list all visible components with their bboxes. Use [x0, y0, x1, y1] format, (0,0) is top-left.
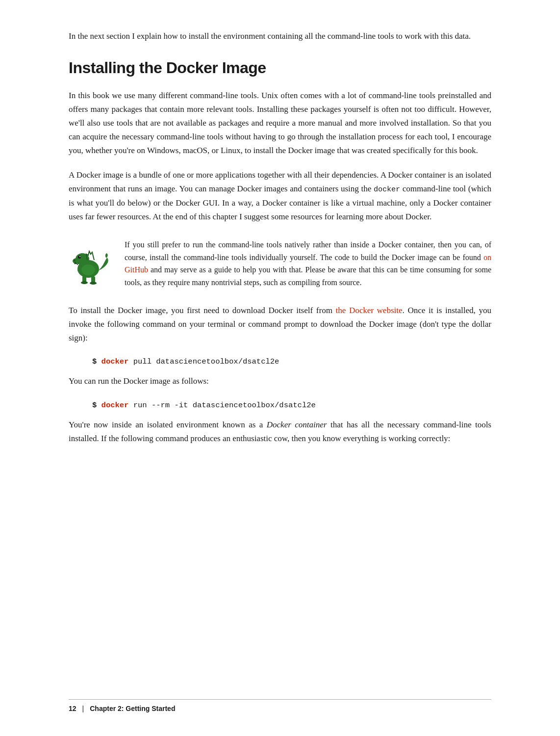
footer-page-number: 12 [69, 705, 76, 712]
code-rest-2: run --rm -it datasciencetoolbox/dsatcl2e [128, 401, 315, 410]
code-dollar-1: $ [92, 357, 102, 366]
svg-point-9 [81, 264, 95, 275]
footer-separator: | [82, 705, 84, 712]
note-text-middle: and may serve as a guide to help you wit… [125, 265, 491, 287]
intro-paragraph: In the next section I explain how to ins… [69, 29, 491, 43]
code-docker-1: docker [102, 357, 129, 366]
svg-point-4 [79, 256, 80, 257]
paragraph-5: You're now inside an isolated environmen… [69, 418, 491, 446]
svg-point-8 [90, 282, 97, 285]
paragraph-3: To install the Docker image, you first n… [69, 304, 491, 345]
code-block-2: $ docker run --rm -it datasciencetoolbox… [92, 399, 491, 412]
footer: 12 | Chapter 2: Getting Started [69, 699, 491, 712]
svg-point-3 [78, 256, 81, 259]
code-dollar-2: $ [92, 401, 102, 410]
svg-point-10 [74, 260, 76, 262]
paragraph-4: You can run the Docker image as follows: [69, 374, 491, 388]
note-text: If you still prefer to run the command-l… [125, 238, 491, 289]
code-rest-1: pull datasciencetoolbox/dsatcl2e [128, 357, 279, 366]
footer-chapter-title: Chapter 2: Getting Started [90, 705, 175, 712]
note-box: If you still prefer to run the command-l… [69, 238, 491, 289]
docker-website-link[interactable]: the Docker website [336, 306, 403, 315]
paragraph-1: In this book we use many different comma… [69, 89, 491, 158]
paragraph-5-before: You're now inside an isolated environmen… [69, 420, 267, 429]
code-docker-2: docker [102, 401, 129, 410]
paragraph-2: A Docker image is a bundle of one or mor… [69, 168, 491, 224]
docker-code-inline: docker [374, 185, 400, 194]
docker-container-italic: Docker container [267, 420, 327, 429]
page: In the next section I explain how to ins… [0, 0, 560, 736]
svg-point-7 [81, 281, 88, 284]
note-text-before: If you still prefer to run the command-l… [125, 240, 491, 262]
docker-mascot-icon [69, 240, 113, 287]
paragraph-3-before: To install the Docker image, you first n… [69, 306, 336, 315]
code-block-1: $ docker pull datasciencetoolbox/dsatcl2… [92, 356, 491, 368]
section-heading: Installing the Docker Image [69, 59, 491, 77]
